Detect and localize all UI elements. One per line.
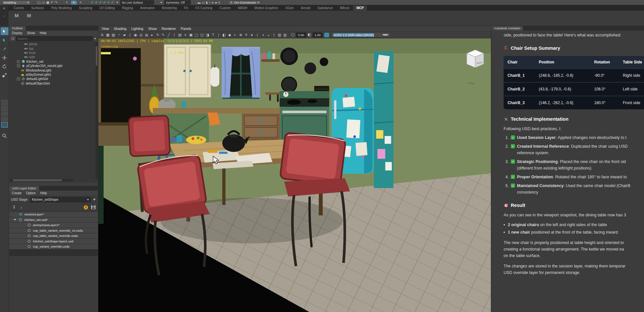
dirty-layer-count-badge[interactable]: 2 bbox=[84, 205, 88, 210]
layer-row-cup-table-v2[interactable]: cup_table_variant_override_v2.usda bbox=[9, 228, 98, 234]
motion-blur-icon[interactable]: ◑ bbox=[261, 33, 265, 37]
new-scene-icon[interactable]: ▢ bbox=[37, 1, 41, 5]
usd-menu-help[interactable]: Help bbox=[40, 191, 47, 195]
shelf-tab[interactable]: Curves bbox=[10, 6, 27, 11]
lasso-select-tool[interactable] bbox=[1, 36, 8, 44]
lights-icon[interactable]: ☀ bbox=[244, 33, 248, 37]
select-object-icon[interactable]: ↖ bbox=[71, 1, 77, 5]
expand-icon[interactable]: + bbox=[17, 77, 20, 80]
mcp-shelf-button-1[interactable]: M bbox=[13, 12, 20, 19]
pane-layout-alt-icon[interactable]: ▥ bbox=[283, 33, 287, 37]
layer-row-anonymous[interactable]: anonymousLayer1* bbox=[9, 223, 98, 228]
snap-to-projected-center-icon[interactable]: ↺ bbox=[102, 1, 106, 5]
pane-layout-icon[interactable]: ▥ bbox=[278, 33, 281, 37]
layer-row-kitchen-layer1[interactable]: Kitchen_setShape-layer1.usd bbox=[9, 239, 98, 244]
shelf-tab[interactable]: MCP bbox=[353, 6, 367, 11]
grease-pencil-icon[interactable]: ╱ bbox=[167, 33, 171, 37]
usd-layer-editor-tab[interactable]: USD Layer Editor bbox=[9, 186, 39, 191]
smooth-shade-icon[interactable]: ▧ bbox=[111, 33, 115, 37]
symmetry-chevron-icon[interactable] bbox=[160, 2, 162, 3]
search-options-chevron-icon[interactable] bbox=[94, 38, 96, 39]
shelf-tab[interactable]: MASH bbox=[235, 6, 250, 11]
user-account-button[interactable]: Orn Gunnarsson bbox=[228, 0, 261, 5]
viewport-render-canvas[interactable]: FRONT RIGHT bbox=[98, 38, 491, 312]
save-scene-icon[interactable]: ▣ bbox=[46, 1, 50, 5]
outliner-item-front[interactable]: front bbox=[9, 51, 98, 55]
shelf-tab[interactable]: Surfaces bbox=[28, 6, 47, 11]
shadows-icon[interactable]: ● bbox=[250, 33, 254, 37]
outliner-menu-help[interactable]: Help bbox=[40, 31, 47, 35]
shelf-menu-icon[interactable]: ≡ bbox=[3, 7, 5, 10]
select-hierarchy-icon[interactable]: ↖ bbox=[64, 1, 70, 5]
isolate-select-icon[interactable]: ◧ bbox=[222, 33, 226, 37]
image-plane-icon[interactable]: ✎ bbox=[156, 33, 160, 37]
outliner-item-defaultobjectset[interactable]: defaultObjectSet bbox=[9, 81, 98, 86]
separator[interactable]: | bbox=[172, 33, 176, 37]
shelf-tab[interactable]: UV Editing bbox=[96, 6, 118, 11]
gate-mask-icon[interactable]: ▢ bbox=[194, 33, 198, 37]
outliner-item-defaultlightset[interactable]: +defaultLightSet bbox=[9, 77, 98, 81]
outliner-item-pcylinder164-meshlight[interactable]: +pCylinder164_meshLight bbox=[9, 64, 98, 68]
paint-select-tool[interactable] bbox=[1, 45, 8, 53]
snap-options-chevron-icon[interactable] bbox=[116, 2, 118, 3]
pause-viewport-icon[interactable]: ‖ bbox=[218, 1, 220, 5]
viewport-menu-shading[interactable]: Shading bbox=[114, 27, 127, 31]
outliner-search-input[interactable] bbox=[16, 36, 93, 41]
menu-set-dropdown[interactable]: Modeling bbox=[2, 0, 31, 5]
use-default-material-icon[interactable]: ▰ bbox=[122, 33, 126, 37]
gamma-icon[interactable] bbox=[308, 33, 311, 36]
expand-icon[interactable]: + bbox=[17, 60, 20, 63]
pan-zoom-icon[interactable]: ↖ bbox=[161, 33, 165, 37]
lock-camera-icon[interactable]: ◎ bbox=[139, 33, 143, 37]
outliner-item-aiskydomelight1[interactable]: aiSkyDomeLight1 bbox=[9, 73, 98, 77]
undo-icon[interactable]: ↶ bbox=[50, 1, 54, 5]
shelf-tab[interactable]: Motion Graphics bbox=[251, 6, 281, 11]
layer-row-cup-table[interactable]: cup_table_variant_override.usda bbox=[9, 233, 98, 239]
collapse-icon[interactable] bbox=[14, 219, 16, 221]
live-surface-field[interactable]: No Live Surface bbox=[120, 0, 154, 5]
save-all-layers-icon[interactable] bbox=[91, 205, 95, 209]
shelf-tab[interactable]: XGen bbox=[282, 6, 297, 11]
shelf-tab[interactable]: FX Caching bbox=[192, 6, 216, 11]
scale-tool[interactable] bbox=[1, 71, 8, 79]
xray-joints-icon[interactable]: ◐ bbox=[233, 33, 237, 37]
layer-row-root[interactable]: Kitchen_set.usd* bbox=[9, 217, 98, 223]
load-layer-icon[interactable]: ↓ bbox=[20, 205, 23, 209]
render-sequence-icon[interactable]: ▮ bbox=[205, 1, 208, 5]
separator[interactable]: | bbox=[272, 33, 276, 37]
two-pane-stacked-layout-button[interactable] bbox=[1, 112, 8, 116]
outliner-horizontal-scrollbar[interactable] bbox=[10, 179, 74, 182]
usd-menu-option[interactable]: Option bbox=[26, 191, 36, 195]
viewport-menu-lighting[interactable]: Lighting bbox=[131, 27, 143, 31]
rotate-tool[interactable] bbox=[1, 62, 8, 70]
make-live-icon[interactable]: ↺ bbox=[110, 1, 114, 5]
grid-icon[interactable]: ▤ bbox=[178, 33, 182, 37]
outliner-persp-layout-button[interactable] bbox=[1, 122, 8, 128]
shelf-tab[interactable]: Arnold bbox=[298, 6, 314, 11]
ipr-render-icon[interactable]: ▭ bbox=[201, 1, 206, 5]
snap-to-curve-icon[interactable]: ↺ bbox=[94, 1, 98, 5]
separator[interactable]: | bbox=[217, 33, 221, 37]
outliner-menu-show[interactable]: Show bbox=[27, 31, 35, 35]
transfer-layer-icon[interactable]: ↧ bbox=[12, 205, 16, 209]
shelf-tab[interactable]: Rigging bbox=[119, 6, 136, 11]
color-management-icon[interactable] bbox=[324, 33, 329, 37]
single-pane-layout-button[interactable] bbox=[1, 100, 8, 105]
open-scene-icon[interactable]: ▭ bbox=[41, 1, 45, 5]
field-chart-icon[interactable]: ◫ bbox=[200, 33, 204, 37]
separator[interactable]: | bbox=[128, 33, 132, 37]
outliner-item-persp[interactable]: persp bbox=[9, 42, 98, 46]
bookmark-icon[interactable]: ▸ bbox=[150, 33, 154, 37]
shelf-tab[interactable]: Rendering bbox=[159, 6, 180, 11]
separator[interactable]: | bbox=[255, 33, 259, 37]
usd-menu-create[interactable]: Create bbox=[12, 191, 21, 195]
arnold-renderview-icon[interactable]: ● bbox=[211, 1, 214, 5]
select-camera-icon[interactable]: ◉ bbox=[134, 33, 137, 37]
camera-attributes-icon[interactable]: ◍ bbox=[145, 33, 149, 37]
zoom-tool[interactable] bbox=[1, 132, 8, 140]
assistant-tab[interactable]: Autodesk Assistant bbox=[491, 26, 523, 31]
multisample-icon[interactable]: ◒ bbox=[266, 33, 270, 37]
xray-icon[interactable]: ◆ bbox=[228, 33, 232, 37]
snap-to-view-plane-icon[interactable]: ↺ bbox=[106, 1, 110, 5]
textured-icon[interactable]: ◔ bbox=[117, 33, 121, 37]
